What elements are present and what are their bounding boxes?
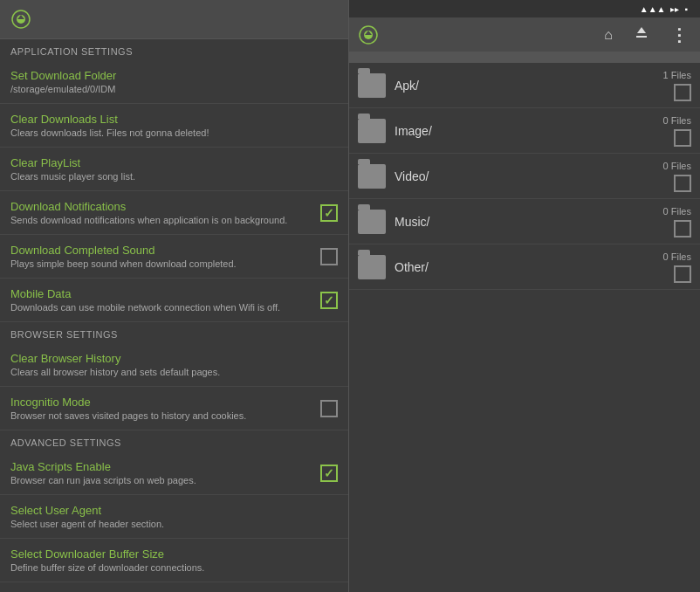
file-checkbox-other[interactable] — [674, 265, 691, 283]
home-button[interactable]: ⌂ — [600, 24, 616, 46]
setting-desc-mobile_data: Downloads can use mobile network connect… — [10, 302, 313, 313]
setting-item-clear_downloads_list[interactable]: Clear Downloads ListClears downloads lis… — [0, 104, 348, 148]
file-item-right-music: 0 Files — [663, 206, 691, 237]
upload-icon — [634, 25, 649, 41]
setting-item-clear_playlist[interactable]: Clear PlayListClears music player song l… — [0, 148, 348, 191]
folder-name-music: Music/ — [395, 215, 663, 229]
settings-header — [0, 0, 348, 39]
file-count-apk: 1 Files — [663, 70, 691, 80]
setting-title-download_notifications: Download Notifications — [10, 200, 313, 213]
svg-rect-4 — [636, 36, 647, 38]
file-checkbox-apk[interactable] — [674, 84, 691, 101]
file-count-image: 0 Files — [663, 115, 691, 126]
setting-desc-set_download_folder: /storage/emulated/0/IDM — [10, 84, 338, 94]
setting-item-select_user_agent[interactable]: Select User AgentSelect user agent of he… — [0, 495, 348, 539]
setting-title-clear_browser_history: Clear Browser History — [10, 352, 338, 365]
settings-body: APPLICATION SETTINGSSet Download Folder/… — [0, 39, 348, 592]
file-name-block-apk: Apk/ — [395, 79, 663, 93]
setting-text-download_notifications: Download NotificationsSends download not… — [10, 200, 313, 225]
file-name-block-image: Image/ — [395, 124, 663, 138]
status-bar: ▲▲▲ ▸▸ ▪ — [349, 0, 700, 17]
setting-text-clear_playlist: Clear PlayListClears music player song l… — [10, 156, 338, 182]
app-logo-icon — [10, 9, 31, 30]
files-header-right: ⌂ ⋮ — [600, 21, 700, 49]
file-name-block-video: Video/ — [395, 169, 663, 183]
setting-item-multi_part_download[interactable]: Multi Part DownloadSelect part count of … — [0, 582, 348, 592]
checkbox-download_notifications[interactable] — [320, 204, 338, 222]
file-item-music[interactable]: Music/0 Files — [349, 199, 700, 244]
file-item-left-image: Image/ — [358, 119, 663, 143]
files-app-logo-icon — [358, 24, 379, 45]
setting-item-clear_browser_history[interactable]: Clear Browser HistoryClears all browser … — [0, 343, 348, 387]
checkbox-incognito_mode[interactable] — [320, 400, 338, 417]
setting-title-java_scripts_enable: Java Scripts Enable — [10, 460, 313, 473]
setting-text-mobile_data: Mobile DataDownloads can use mobile netw… — [10, 287, 313, 313]
folder-icon-video — [358, 164, 386, 189]
setting-text-java_scripts_enable: Java Scripts EnableBrowser can run java … — [10, 460, 313, 485]
file-item-video[interactable]: Video/0 Files — [349, 154, 700, 199]
setting-desc-select_user_agent: Select user agent of header section. — [10, 519, 338, 529]
setting-item-download_completed_sound[interactable]: Download Completed SoundPlays simple bee… — [0, 235, 348, 279]
section-header-application_settings: APPLICATION SETTINGS — [0, 39, 348, 60]
setting-item-incognito_mode[interactable]: Incognitio ModeBrowser not saves visited… — [0, 387, 348, 430]
files-body: Apk/1 FilesImage/0 FilesVideo/0 FilesMus… — [349, 63, 700, 590]
files-header: ⌂ ⋮ — [349, 17, 700, 52]
file-checkbox-image[interactable] — [674, 129, 691, 147]
folder-icon-music — [358, 210, 386, 234]
setting-text-set_download_folder: Set Download Folder/storage/emulated/0/I… — [10, 69, 338, 94]
checkbox-java_scripts_enable[interactable] — [320, 465, 338, 482]
folder-name-other: Other/ — [395, 260, 663, 274]
file-name-block-music: Music/ — [395, 215, 663, 229]
setting-item-select_downloader_buffer_size[interactable]: Select Downloader Buffer SizeDefine buff… — [0, 539, 348, 582]
setting-text-clear_downloads_list: Clear Downloads ListClears downloads lis… — [10, 113, 338, 138]
checkbox-download_completed_sound[interactable] — [320, 248, 338, 265]
setting-title-clear_playlist: Clear PlayList — [10, 156, 338, 169]
setting-text-select_downloader_buffer_size: Select Downloader Buffer SizeDefine buff… — [10, 547, 338, 573]
setting-desc-select_downloader_buffer_size: Define buffer size of downloader connect… — [10, 562, 338, 573]
settings-panel: APPLICATION SETTINGSSet Download Folder/… — [0, 0, 349, 592]
file-item-right-video: 0 Files — [663, 161, 691, 192]
file-item-other[interactable]: Other/0 Files — [349, 244, 700, 290]
files-panel: ▲▲▲ ▸▸ ▪ ⌂ ⋮ Apk/1 FilesImag — [349, 0, 700, 592]
folder-name-video: Video/ — [395, 169, 663, 183]
setting-item-java_scripts_enable[interactable]: Java Scripts EnableBrowser can run java … — [0, 451, 348, 495]
folder-icon-image — [358, 119, 386, 143]
setting-desc-clear_downloads_list: Clears downloads list. Files not gonna d… — [10, 127, 338, 138]
files-header-left — [349, 24, 600, 45]
folder-name-image: Image/ — [395, 124, 663, 138]
setting-desc-download_completed_sound: Plays simple beep sound when download co… — [10, 258, 313, 269]
file-item-left-music: Music/ — [358, 210, 663, 234]
files-path-bar — [349, 52, 700, 63]
folder-icon-apk — [358, 73, 386, 98]
file-item-image[interactable]: Image/0 Files — [349, 108, 700, 154]
setting-text-download_completed_sound: Download Completed SoundPlays simple bee… — [10, 244, 313, 269]
folder-icon-other — [358, 255, 386, 279]
setting-title-select_user_agent: Select User Agent — [10, 504, 338, 517]
setting-desc-java_scripts_enable: Browser can run java scripts on web page… — [10, 475, 313, 485]
setting-desc-clear_playlist: Clears music player song list. — [10, 171, 338, 182]
setting-text-clear_browser_history: Clear Browser HistoryClears all browser … — [10, 352, 338, 377]
file-item-left-other: Other/ — [358, 255, 663, 279]
setting-title-incognito_mode: Incognitio Mode — [10, 396, 313, 409]
section-header-browser_settings: BROWSER SETTINGS — [0, 322, 348, 343]
setting-item-download_notifications[interactable]: Download NotificationsSends download not… — [0, 191, 348, 235]
file-name-block-other: Other/ — [395, 260, 663, 274]
setting-item-mobile_data[interactable]: Mobile DataDownloads can use mobile netw… — [0, 279, 348, 322]
signal-icon: ▲▲▲ — [640, 4, 666, 14]
setting-desc-clear_browser_history: Clears all browser history and sets defa… — [10, 367, 338, 377]
up-button[interactable] — [630, 22, 653, 48]
setting-title-clear_downloads_list: Clear Downloads List — [10, 113, 338, 126]
setting-item-set_download_folder[interactable]: Set Download Folder/storage/emulated/0/I… — [0, 60, 348, 104]
setting-text-incognito_mode: Incognitio ModeBrowser not saves visited… — [10, 396, 313, 421]
setting-title-mobile_data: Mobile Data — [10, 287, 313, 300]
setting-desc-download_notifications: Sends download notifications when applic… — [10, 215, 313, 225]
menu-button[interactable]: ⋮ — [667, 21, 691, 49]
svg-marker-5 — [637, 27, 646, 33]
file-item-apk[interactable]: Apk/1 Files — [349, 63, 700, 108]
file-checkbox-music[interactable] — [674, 220, 691, 237]
file-checkbox-video[interactable] — [674, 175, 691, 192]
file-item-right-apk: 1 Files — [663, 70, 691, 101]
checkbox-mobile_data[interactable] — [320, 292, 338, 309]
file-count-other: 0 Files — [663, 251, 691, 262]
file-count-music: 0 Files — [663, 206, 691, 217]
